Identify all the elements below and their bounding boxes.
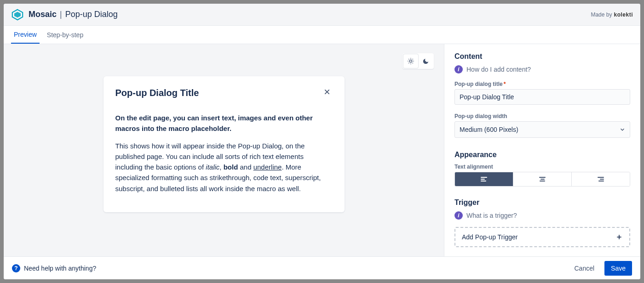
vendor-name: kolekti <box>614 11 633 18</box>
title-field-label: Pop-up dialog title* <box>454 81 630 87</box>
trigger-help-link[interactable]: i What is a trigger? <box>454 211 630 220</box>
cancel-button[interactable]: Cancel <box>568 261 601 276</box>
modal-body: Pop-up Dialog Title On the edit page, yo… <box>4 44 640 256</box>
text-align-segmented <box>454 172 630 187</box>
tab-preview[interactable]: Preview <box>11 26 40 44</box>
dialog-preview-card: Pop-up Dialog Title On the edit page, yo… <box>104 76 345 212</box>
svg-line-7 <box>408 59 409 59</box>
made-by-credit: Made by kolekti <box>591 11 633 18</box>
title-input[interactable] <box>454 89 630 105</box>
dialog-body: On the edit page, you can insert text, i… <box>115 113 333 194</box>
tab-step-by-step[interactable]: Step-by-step <box>44 27 86 43</box>
save-button[interactable]: Save <box>604 261 632 276</box>
svg-point-2 <box>409 60 412 62</box>
help-icon: ? <box>12 264 20 272</box>
dialog-header: Pop-up Dialog Title <box>115 86 333 100</box>
appearance-section-heading: Appearance <box>454 151 630 159</box>
width-select[interactable]: Medium (600 Pixels) <box>454 121 630 138</box>
config-panel: Content i How do I add content? Pop-up d… <box>444 44 640 256</box>
align-center-button[interactable] <box>513 172 572 186</box>
close-icon <box>323 88 331 96</box>
dialog-body-text: This shows how it will appear inside the… <box>115 141 333 194</box>
align-right-icon <box>598 177 604 181</box>
align-field-label: Text alignment <box>454 164 630 170</box>
mosaic-logo-icon <box>11 8 24 21</box>
svg-line-10 <box>413 59 413 59</box>
content-help-text: How do I add content? <box>466 66 531 73</box>
svg-line-8 <box>413 63 413 63</box>
preview-pane: Pop-up Dialog Title On the edit page, yo… <box>4 44 444 256</box>
brand-name: Mosaic <box>29 10 57 19</box>
align-left-button[interactable] <box>455 172 513 186</box>
sun-icon <box>407 57 414 65</box>
light-theme-button[interactable] <box>403 54 418 68</box>
width-select-value: Medium (600 Pixels) <box>454 121 630 138</box>
align-right-button[interactable] <box>572 172 630 186</box>
align-left-icon <box>481 177 487 181</box>
width-field-label: Pop-up dialog width <box>454 113 630 119</box>
title-separator: | <box>60 10 62 19</box>
footer-actions: Cancel Save <box>568 261 632 276</box>
footer-help-link[interactable]: ? Need help with anything? <box>12 264 96 272</box>
moon-icon <box>422 58 429 65</box>
svg-marker-1 <box>14 11 21 17</box>
dialog-close-button[interactable] <box>322 86 333 100</box>
add-trigger-button[interactable]: Add Pop-up Trigger <box>454 227 630 247</box>
macro-name: Pop-up Dialog <box>65 10 118 19</box>
info-icon: i <box>454 65 463 74</box>
macro-config-modal: Mosaic | Pop-up Dialog Made by kolekti P… <box>4 4 640 279</box>
theme-toggle <box>402 53 434 69</box>
align-center-icon <box>539 177 546 181</box>
content-help-link[interactable]: i How do I add content? <box>454 65 630 74</box>
svg-line-9 <box>408 63 409 63</box>
modal-header: Mosaic | Pop-up Dialog Made by kolekti <box>4 4 640 26</box>
dialog-lead-text: On the edit page, you can insert text, i… <box>115 113 333 134</box>
add-trigger-label: Add Pop-up Trigger <box>462 233 518 241</box>
dialog-title: Pop-up Dialog Title <box>115 88 199 98</box>
plus-icon <box>615 233 623 241</box>
footer-help-text: Need help with anything? <box>24 265 96 272</box>
required-indicator: * <box>504 81 506 87</box>
trigger-help-text: What is a trigger? <box>466 212 517 219</box>
info-icon: i <box>454 211 463 220</box>
modal-footer: ? Need help with anything? Cancel Save <box>4 256 640 279</box>
content-section-heading: Content <box>454 52 630 61</box>
made-by-label: Made by <box>591 11 612 18</box>
trigger-section-heading: Trigger <box>454 198 630 207</box>
dark-theme-button[interactable] <box>418 54 433 68</box>
modal-title: Mosaic | Pop-up Dialog <box>29 10 118 19</box>
tab-bar: Preview Step-by-step <box>4 26 640 44</box>
